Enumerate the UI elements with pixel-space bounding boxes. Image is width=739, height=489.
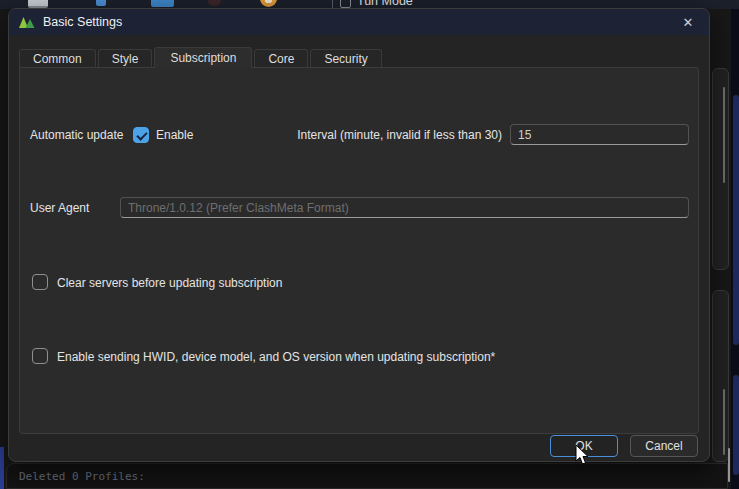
tab-core[interactable]: Core: [254, 49, 308, 68]
dialog-titlebar[interactable]: Basic Settings ✕: [9, 9, 709, 35]
toolbar-app-icon-5: [260, 0, 277, 7]
background-window-right: [710, 0, 739, 489]
subscription-tab-pane: Automatic update Enable Interval (minute…: [19, 67, 699, 434]
toolbar-app-icon-1: [28, 0, 48, 8]
automatic-update-label: Automatic update: [30, 127, 123, 143]
tab-security[interactable]: Security: [310, 49, 381, 68]
user-agent-input[interactable]: [120, 197, 689, 218]
clear-servers-label: Clear servers before updating subscripti…: [57, 275, 282, 291]
enable-label: Enable: [156, 127, 193, 143]
interval-label: Interval (minute, invalid if less than 3…: [297, 127, 502, 143]
automatic-update-checkbox[interactable]: [133, 127, 149, 143]
desktop-blue-shape: [733, 95, 739, 345]
tab-subscription[interactable]: Subscription: [154, 47, 252, 68]
log-panel: Deleted 0 Profiles:: [6, 463, 728, 489]
dialog-title: Basic Settings: [43, 15, 122, 29]
background-groupbox-bottom: [712, 290, 729, 462]
desktop-blue-shape: [733, 375, 739, 475]
mouse-cursor: [574, 444, 590, 466]
log-scrollbar-thumb[interactable]: [728, 448, 730, 482]
background-scrollbar-thumb[interactable]: [723, 389, 725, 455]
user-agent-label: User Agent: [30, 200, 89, 216]
log-text: Deleted 0 Profiles:: [19, 470, 145, 483]
hwid-checkbox[interactable]: [32, 348, 48, 364]
clear-servers-checkbox[interactable]: [32, 274, 48, 290]
toolbar-app-icon-4: [208, 0, 221, 6]
basic-settings-dialog: Basic Settings ✕ Common Style Subscripti…: [8, 8, 710, 462]
interval-input[interactable]: [510, 124, 689, 145]
tab-style[interactable]: Style: [98, 49, 153, 68]
close-icon[interactable]: ✕: [675, 11, 701, 33]
desktop-edge: [731, 0, 739, 489]
toolbar-app-icon-3: [151, 0, 174, 7]
cancel-button[interactable]: Cancel: [630, 435, 698, 457]
tab-common[interactable]: Common: [19, 49, 96, 68]
app-logo-icon: [19, 15, 35, 29]
background-groupbox-top: [712, 68, 729, 270]
desktop-edge-left: [0, 447, 4, 489]
tun-mode-checkbox[interactable]: [340, 0, 351, 8]
toolbar-app-icon-2: [96, 0, 106, 6]
background-scrollbar-thumb[interactable]: [723, 87, 725, 183]
settings-tabs: Common Style Subscription Core Security: [19, 47, 384, 68]
hwid-label: Enable sending HWID, device model, and O…: [57, 349, 495, 365]
tun-mode-label: Tun Mode: [357, 0, 413, 8]
